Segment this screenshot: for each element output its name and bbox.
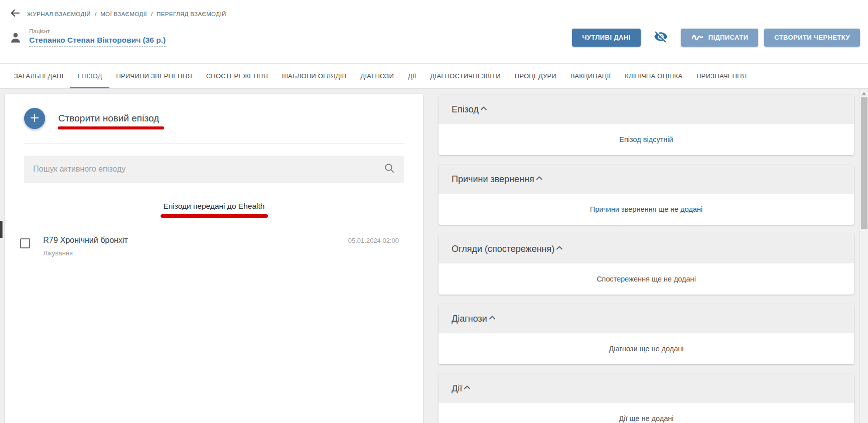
summary-header-observations[interactable]: Огляди (спостереження) [439,234,854,263]
summary-card-episode: Епізод Епізод відсутній [439,95,854,155]
episode-checkbox[interactable] [20,238,30,248]
summary-title: Діагнози [452,314,487,324]
summary-card-diagnoses: Діагнози Діагнози ще не додані [439,304,854,364]
summary-title: Дії [452,383,462,394]
summary-column: Епізод Епізод відсутній Причини зверненн… [439,95,854,423]
tab-diagnostic-reports[interactable]: ДІАГНОСТИЧНІ ЗВІТИ [423,64,508,88]
tab-observations[interactable]: СПОСТЕРЕЖЕННЯ [199,64,275,88]
tab-diagnoses[interactable]: ДІАГНОЗИ [354,64,401,88]
summary-empty-text: Епізод відсутній [439,124,854,155]
top-bar: ЖУРНАЛ ВЗАЄМОДІЙ / МОЇ ВЗАЄМОДІЇ / ПЕРЕГ… [0,0,868,63]
episode-datetime: 05.01.2024 02:00 [348,237,404,244]
scrollbar-up-arrow-icon[interactable] [862,92,866,95]
add-episode-button[interactable] [24,108,45,129]
chevron-up-icon[interactable] [479,103,489,115]
tab-general-data[interactable]: ЗАГАЛЬНІ ДАНІ [7,64,70,88]
tab-procedures[interactable]: ПРОЦЕДУРИ [508,64,563,88]
breadcrumb-separator: / [95,11,96,17]
summary-card-observations: Огляди (спостереження) Спостереження ще … [439,234,854,295]
breadcrumb-item-my-interactions[interactable]: МОЇ ВЗАЄМОДІЇ [100,11,147,17]
divider [24,143,404,144]
tab-clinical-assessment[interactable]: КЛІНІЧНА ОЦІНКА [618,64,689,88]
tab-exam-templates[interactable]: ШАБЛОНИ ОГЛЯДІВ [275,64,354,88]
summary-title: Епізод [452,104,479,115]
create-episode-label: Створити новий епізод [58,113,159,123]
search-icon [384,163,395,176]
summary-header-visit-reasons[interactable]: Причини звернення [439,165,854,194]
summary-header-actions[interactable]: Дії [439,374,854,403]
breadcrumb-row: ЖУРНАЛ ВЗАЄМОДІЙ / МОЇ ВЗАЄМОДІЇ / ПЕРЕГ… [8,6,226,22]
episode-search-input[interactable] [33,165,384,174]
person-icon [9,31,22,46]
back-button[interactable] [8,6,22,22]
chevron-up-icon[interactable] [554,243,564,255]
breadcrumb-item-journal[interactable]: ЖУРНАЛ ВЗАЄМОДІЙ [27,11,91,17]
chevron-up-icon[interactable] [487,313,497,325]
annotation-underline-transferred [161,214,268,218]
breadcrumb-separator: / [151,11,153,17]
patient-row: Пацієнт Степанко Степан Вікторович (36 р… [9,28,860,47]
create-draft-button[interactable]: СТВОРИТИ ЧЕРНЕТКУ [764,29,860,47]
create-episode-link[interactable]: Створити новий епізод [58,113,159,124]
transferred-section: Епізоди передані до Ehealth [5,202,423,218]
tab-episode[interactable]: ЕПІЗОД [70,64,109,88]
signature-icon [691,32,704,43]
episodes-panel: Створити новий епізод Епізоди передані д… [5,94,423,423]
create-episode-row: Створити новий епізод [5,94,423,129]
episode-subtitle: Лікування [43,249,128,257]
sensitive-data-button[interactable]: ЧУТЛИВІ ДАНІ [572,29,640,47]
patient-label: Пацієнт [29,28,166,34]
breadcrumb: ЖУРНАЛ ВЗАЄМОДІЙ / МОЇ ВЗАЄМОДІЇ / ПЕРЕГ… [27,11,226,17]
episode-search-box [24,156,404,183]
tab-actions[interactable]: ДІЇ [401,64,423,88]
transferred-title: Епізоди передані до Ehealth [5,202,423,211]
summary-empty-text: Причини звернення ще не додані [439,194,854,225]
chevron-up-icon[interactable] [462,382,472,394]
sign-label: ПІДПИСАТИ [708,34,749,41]
sensitive-data-label: ЧУТЛИВІ ДАНІ [582,34,630,41]
scrollbar-thumb[interactable] [861,97,867,229]
episode-title: R79 Хронічний бронхіт [43,236,128,245]
summary-card-actions: Дії Дії ще не додані [439,374,854,423]
eye-off-icon [654,30,668,45]
patient-name-link[interactable]: Степанко Степан Вікторович (36 р.) [29,36,166,47]
tab-prescriptions[interactable]: ПРИЗНАЧЕННЯ [689,64,754,88]
create-draft-label: СТВОРИТИ ЧЕРНЕТКУ [774,34,850,41]
breadcrumb-item-current: ПЕРЕГЛЯД ВЗАЄМОДІЙ [157,11,226,17]
episode-texts: R79 Хронічний бронхіт Лікування [43,236,128,257]
summary-title: Причини звернення [452,174,534,185]
summary-card-visit-reasons: Причини звернення Причини звернення ще н… [439,165,854,225]
plus-icon [29,112,40,125]
content-area: Створити новий епізод Епізоди передані д… [0,89,868,423]
tab-visit-reasons[interactable]: ПРИЧИНИ ЗВЕРНЕННЯ [109,64,199,88]
sign-button[interactable]: ПІДПИСАТИ [681,29,759,47]
chevron-up-icon[interactable] [534,173,544,185]
summary-empty-text: Дії ще не додані [439,403,854,423]
left-scrollbar-thumb[interactable] [0,221,3,238]
tab-vaccinations[interactable]: ВАКЦИНАЦІЇ [563,64,618,88]
summary-empty-text: Діагнози ще не додані [439,333,854,364]
patient-info: Пацієнт Степанко Степан Вікторович (36 р… [29,28,166,47]
episode-list-item[interactable]: R79 Хронічний бронхіт Лікування 05.01.20… [20,236,404,257]
back-arrow-icon [9,7,21,21]
summary-empty-text: Спостереження ще не додані [439,263,854,295]
vertical-scrollbar[interactable] [859,89,868,423]
hide-sensitive-button[interactable] [647,30,675,45]
summary-title: Огляди (спостереження) [452,244,554,254]
summary-header-episode[interactable]: Епізод [439,95,854,124]
summary-header-diagnoses[interactable]: Діагнози [439,304,854,333]
toolbar: ЧУТЛИВІ ДАНІ ПІДПИСАТИ СТВОРИТИ ЧЕРН [572,29,860,47]
annotation-underline-create [58,126,164,129]
tab-bar: ЗАГАЛЬНІ ДАНІ ЕПІЗОД ПРИЧИНИ ЗВЕРНЕННЯ С… [0,63,868,89]
